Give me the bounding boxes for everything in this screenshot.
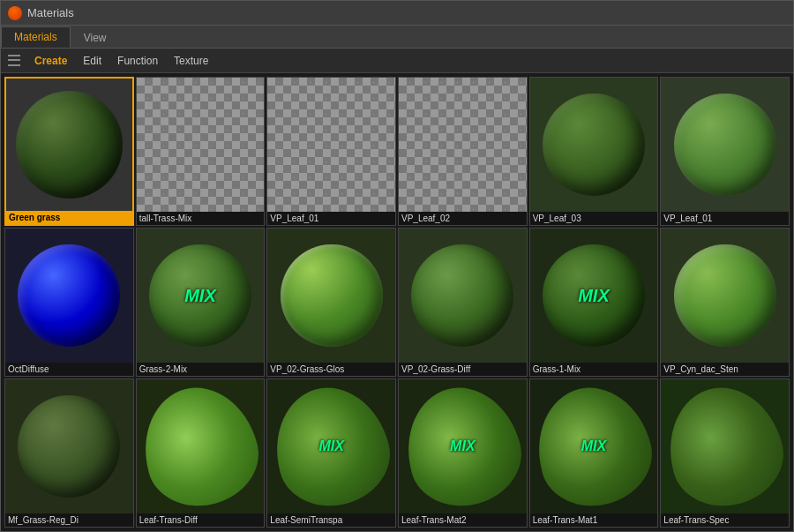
- window-title: Materials: [27, 6, 74, 19]
- material-thumb-leaf-semi: MIX: [267, 379, 395, 513]
- menu-function[interactable]: Function: [110, 52, 165, 70]
- material-label-vp02-grass-diff: VP_02-Grass-Diff: [399, 363, 527, 376]
- menu-bar: Create Edit Function Texture: [1, 49, 793, 73]
- sphere-preview: [18, 395, 120, 498]
- material-vp-leaf-02[interactable]: VP_Leaf_02: [398, 77, 528, 226]
- mix-badge-grass-1: MIX: [578, 286, 610, 306]
- material-label-vp-leaf-01a: VP_Leaf_01: [267, 212, 395, 225]
- material-label-vp-cyn-dac: VP_Cyn_dac_Sten: [661, 363, 789, 376]
- material-thumb-mf-grass-reg: [5, 379, 133, 513]
- menu-create[interactable]: Create: [27, 52, 74, 70]
- material-label-green-grass: Green grass: [6, 211, 132, 224]
- material-label-leaf-mat1: Leaf-Trans-Mat1: [530, 513, 658, 527]
- tab-bar: Materials View: [1, 26, 793, 49]
- material-vp-leaf-03[interactable]: VP_Leaf_03: [529, 77, 659, 226]
- material-thumb-green-grass: [6, 79, 132, 211]
- material-thumb-grass-2-mix: MIX: [137, 229, 265, 363]
- app-icon: [8, 6, 22, 20]
- mix-badge-semi: MIX: [318, 438, 343, 454]
- material-label-vp02-grass-glos: VP_02-Grass-Glos: [267, 363, 395, 376]
- material-thumb-vp-leaf-03: [530, 78, 658, 212]
- material-thumb-oct-diffuse: [5, 229, 133, 363]
- material-thumb-tall-trass: [137, 78, 265, 212]
- material-vp02-grass-diff[interactable]: VP_02-Grass-Diff: [398, 228, 528, 377]
- material-label-leaf-trans-diff: Leaf-Trans-Diff: [137, 513, 265, 527]
- mix-badge-mat1: MIX: [581, 438, 606, 454]
- material-leaf-trans-spec[interactable]: Leaf-Trans-Spec: [660, 378, 790, 528]
- material-label-vp-leaf-03: VP_Leaf_03: [530, 212, 658, 225]
- sphere-preview: [281, 244, 383, 347]
- menu-texture[interactable]: Texture: [167, 52, 215, 70]
- material-thumb-vp02-grass-diff: [399, 229, 527, 363]
- materials-grid: Green grass tall-Trass-Mix VP_Leaf_01 VP…: [1, 73, 793, 531]
- material-thumb-vp-leaf-02: [399, 78, 527, 212]
- sphere-preview: [543, 94, 645, 196]
- material-vp-leaf-01b[interactable]: VP_Leaf_01: [660, 77, 790, 226]
- material-leaf-trans-mat2[interactable]: MIX Leaf-Trans-Mat2: [398, 378, 528, 528]
- material-thumb-leaf-spec: [661, 379, 789, 513]
- material-vp02-grass-glos[interactable]: VP_02-Grass-Glos: [266, 228, 396, 377]
- leaf-preview: [661, 379, 789, 513]
- material-mf-grass-reg[interactable]: Mf_Grass-Reg_Di: [4, 378, 134, 528]
- sphere-preview: [16, 91, 123, 198]
- material-grass-1-mix[interactable]: MIX Grass-1-Mix: [529, 228, 659, 377]
- material-oct-diffuse[interactable]: OctDiffuse: [4, 228, 134, 377]
- material-thumb-vp-cyn-dac: [661, 229, 789, 363]
- material-label-mf-grass-reg: Mf_Grass-Reg_Di: [5, 513, 133, 527]
- material-label-grass-2-mix: Grass-2-Mix: [137, 363, 265, 376]
- material-thumb-grass-1-mix: MIX: [530, 229, 658, 363]
- material-vp-cyn-dac[interactable]: VP_Cyn_dac_Sten: [660, 228, 790, 377]
- mix-badge-grass-2: MIX: [184, 286, 216, 306]
- sphere-preview: [674, 94, 776, 196]
- material-leaf-trans-diff[interactable]: Leaf-Trans-Diff: [136, 378, 266, 528]
- material-label-leaf-mat2: Leaf-Trans-Mat2: [399, 513, 527, 527]
- material-label-leaf-spec: Leaf-Trans-Spec: [661, 513, 789, 527]
- material-vp-leaf-01a[interactable]: VP_Leaf_01: [266, 77, 396, 226]
- leaf-preview: [137, 379, 265, 513]
- material-label-vp-leaf-02: VP_Leaf_02: [399, 212, 527, 225]
- tab-view[interactable]: View: [71, 27, 120, 48]
- material-tall-trass-mix[interactable]: tall-Trass-Mix: [136, 77, 266, 226]
- material-label-vp-leaf-01b: VP_Leaf_01: [661, 212, 789, 225]
- title-bar: Materials: [1, 1, 793, 26]
- material-thumb-leaf-mat1: MIX: [530, 379, 658, 513]
- tab-materials[interactable]: Materials: [1, 26, 71, 48]
- menu-edit[interactable]: Edit: [76, 52, 109, 70]
- grid-icon: [6, 54, 22, 68]
- material-leaf-trans-mat1[interactable]: MIX Leaf-Trans-Mat1: [529, 378, 659, 528]
- material-thumb-leaf-mat2: MIX: [399, 379, 527, 513]
- material-label-leaf-semi: Leaf-SemiTranspa: [267, 513, 395, 527]
- material-label-tall-trass: tall-Trass-Mix: [137, 212, 265, 225]
- material-thumb-vp-leaf-01a: [267, 78, 395, 212]
- material-leaf-semi-transpa[interactable]: MIX Leaf-SemiTranspa: [266, 378, 396, 528]
- material-green-grass[interactable]: Green grass: [4, 77, 134, 226]
- material-thumb-vp-leaf-01b: [661, 78, 789, 212]
- sphere-preview: [18, 244, 120, 347]
- material-grass-2-mix[interactable]: MIX Grass-2-Mix: [136, 228, 266, 377]
- sphere-preview: [674, 244, 776, 347]
- material-thumb-leaf-trans-diff: [137, 379, 265, 513]
- mix-badge-mat2: MIX: [450, 438, 475, 454]
- material-label-oct-diffuse: OctDiffuse: [5, 363, 133, 376]
- sphere-preview: [411, 244, 513, 347]
- materials-window: Materials Materials View Create Edit Fun…: [0, 0, 794, 532]
- material-thumb-vp02-grass-glos: [267, 229, 395, 363]
- material-label-grass-1-mix: Grass-1-Mix: [530, 363, 658, 376]
